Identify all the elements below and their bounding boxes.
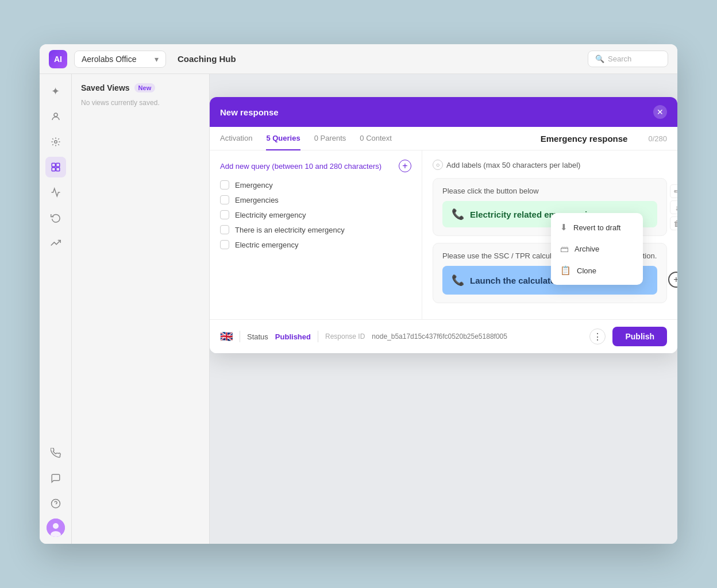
sidebar-icon-activity[interactable] (45, 182, 66, 203)
sidebar-icon-add[interactable]: ✦ (45, 81, 66, 102)
close-icon: ✕ (657, 107, 664, 117)
query-item: Emergencies (220, 195, 411, 204)
modal-overlay: New response ✕ Activation 5 Queries (210, 74, 677, 544)
query-checkbox-0[interactable] (220, 180, 229, 189)
sidebar-icon-phone[interactable] (45, 443, 66, 463)
query-checkbox-1[interactable] (220, 195, 229, 204)
add-query-link[interactable]: Add new query (between 10 and 280 charac… (220, 162, 381, 171)
button-label-2: Launch the calculator (470, 276, 559, 285)
flag-icon: 🇬🇧 (220, 330, 233, 343)
query-text-4: Electric emergency (235, 241, 299, 249)
sidebar-icon-chat[interactable] (45, 468, 66, 489)
search-icon: 🔍 (595, 55, 604, 63)
svg-point-1 (54, 141, 57, 144)
archive-item[interactable]: 🗃 Archive (551, 238, 643, 260)
modal-header: New response ✕ (210, 97, 677, 127)
search-placeholder: Search (608, 55, 631, 63)
svg-rect-5 (56, 168, 59, 171)
add-labels-row: ○ Add labels (max 50 characters per labe… (433, 160, 667, 170)
main-layout: ✦ (40, 74, 677, 544)
add-query-plus-button[interactable]: + (399, 160, 411, 172)
clone-item[interactable]: 📋 Clone (551, 260, 643, 281)
modal-query-panel: Add new query (between 10 and 280 charac… (210, 150, 422, 319)
query-item: Electric emergency (220, 240, 411, 249)
status-value: Published (275, 332, 311, 341)
sidebar-icon-history[interactable] (45, 207, 66, 228)
archive-icon: 🗃 (560, 244, 569, 254)
modal-body: Add new query (between 10 and 280 charac… (210, 150, 677, 319)
phone-icon: 📞 (452, 208, 464, 220)
svg-rect-2 (52, 163, 55, 167)
saved-views-header: Saved Views New (81, 83, 200, 92)
dropdown-menu: ⬇ Revert to draft 🗃 Archive 📋 Clone (551, 213, 643, 285)
clone-label: Clone (577, 266, 596, 275)
more-options-button[interactable]: ⋮ (589, 328, 606, 345)
add-response-button[interactable]: + (668, 272, 677, 288)
edit-icon[interactable]: ✏ (670, 184, 677, 198)
query-text-2: Electricity emergency (235, 211, 306, 219)
app-window: AI Aerolabs Office ▾ Coaching Hub 🔍 Sear… (40, 44, 677, 544)
new-badge: New (134, 83, 156, 92)
query-checkbox-3[interactable] (220, 225, 229, 234)
archive-label: Archive (575, 245, 599, 253)
query-text-0: Emergency (235, 181, 273, 189)
clone-icon: 📋 (560, 265, 571, 276)
query-checkbox-2[interactable] (220, 210, 229, 219)
app-logo: AI (49, 50, 67, 68)
query-item: Electricity emergency (220, 210, 411, 219)
modal: New response ✕ Activation 5 Queries (210, 97, 677, 353)
revert-icon: ⬇ (560, 222, 568, 233)
sidebar-icon-hub[interactable] (45, 157, 66, 177)
svg-rect-4 (52, 168, 55, 171)
char-count: 0/280 (648, 134, 667, 143)
logo-text: AI (54, 55, 62, 64)
search-bar[interactable]: 🔍 Search (588, 51, 668, 67)
modal-response-panel: ○ Add labels (max 50 characters per labe… (422, 150, 677, 319)
query-list: Emergency Emergencies Electricity emerge… (220, 180, 411, 249)
sidebar-icon-analytics[interactable] (45, 233, 66, 253)
svg-point-0 (54, 113, 57, 117)
tab-context[interactable]: 0 Context (360, 127, 392, 150)
saved-views-title: Saved Views (81, 83, 130, 92)
emergency-response-label: Emergency response (541, 134, 628, 144)
left-panel: Saved Views New No views currently saved… (72, 74, 210, 544)
delete-icon[interactable]: 🗑 (670, 216, 677, 230)
response-id-label: Response ID (325, 332, 365, 341)
no-views-text: No views currently saved. (81, 99, 160, 107)
phone-icon-2: 📞 (452, 274, 464, 287)
svg-point-9 (53, 523, 59, 529)
divider (318, 331, 318, 342)
svg-rect-3 (56, 163, 59, 167)
sidebar-icon-help[interactable] (45, 493, 66, 514)
status-label: Status (247, 332, 268, 341)
response-id-value: node_b5a17d15c437f6fc0520b25e5188f005 (372, 332, 507, 341)
top-bar: AI Aerolabs Office ▾ Coaching Hub 🔍 Sear… (40, 44, 677, 74)
workspace-selector[interactable]: Aerolabs Office ▾ (74, 51, 166, 68)
query-item: Emergency (220, 180, 411, 189)
tab-parents[interactable]: 0 Parents (314, 127, 346, 150)
workspace-name: Aerolabs Office (82, 55, 136, 64)
content-area: New response ✕ Activation 5 Queries (210, 74, 677, 544)
add-query-row: Add new query (between 10 and 280 charac… (220, 160, 411, 172)
card-1-helper-text: Please click the button below (442, 187, 657, 195)
add-labels-text: Add labels (max 50 characters per label) (446, 161, 580, 169)
avatar[interactable] (47, 519, 65, 537)
modal-footer: 🇬🇧 Status Published Response ID node_b5a… (210, 319, 677, 353)
tab-activation[interactable]: Activation (220, 127, 252, 150)
sidebar-icon-settings[interactable] (45, 131, 66, 152)
publish-button[interactable]: Publish (612, 327, 667, 346)
move-down-icon[interactable]: ↓ (670, 200, 677, 214)
modal-tabs: Activation 5 Queries 0 Parents 0 Context… (210, 127, 677, 150)
chevron-down-icon: ▾ (155, 55, 159, 64)
query-item: There is an electricity emergency (220, 225, 411, 234)
label-icon: ○ (433, 160, 443, 170)
sidebar: ✦ (40, 74, 72, 544)
query-text-1: Emergencies (235, 196, 279, 204)
modal-close-button[interactable]: ✕ (653, 105, 667, 119)
sidebar-icon-person[interactable] (45, 106, 66, 127)
tab-queries[interactable]: 5 Queries (266, 127, 300, 150)
revert-label: Revert to draft (573, 223, 620, 232)
revert-to-draft-item[interactable]: ⬇ Revert to draft (551, 216, 643, 238)
page-title: Coaching Hub (178, 54, 236, 64)
query-checkbox-4[interactable] (220, 240, 229, 249)
